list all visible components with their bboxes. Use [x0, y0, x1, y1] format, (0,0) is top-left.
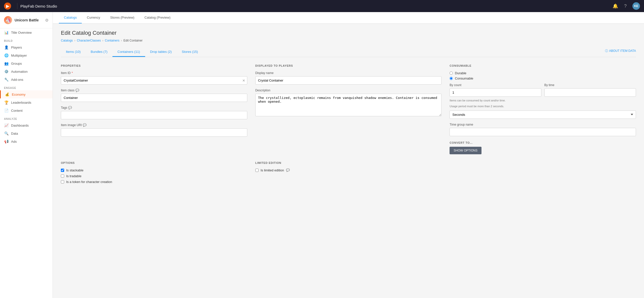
- durable-radio[interactable]: [450, 71, 453, 75]
- sidebar-item-multiplayer[interactable]: 🌐 Multiplayer: [0, 51, 53, 59]
- topbar-app-name: PlayFab Demo Studio: [20, 4, 57, 8]
- breadcrumb-containers[interactable]: Containers: [105, 39, 119, 42]
- description-label: Description: [255, 89, 442, 92]
- by-count-group: By count: [450, 83, 541, 97]
- main-layout: 🦄 Unicorn Battle ⚙ 📊 Title Overview BUIL…: [0, 12, 644, 298]
- item-id-label: Item ID *: [61, 71, 247, 75]
- sidebar-item-addons[interactable]: 🔧 Add-ons: [0, 76, 53, 84]
- item-class-group: Item class 💬: [61, 89, 247, 102]
- item-tab-items[interactable]: Items (10): [61, 47, 86, 57]
- item-tab-stores[interactable]: Stores (15): [177, 47, 203, 57]
- limited-edition-section: LIMITED EDITION Is limited edition 💬: [255, 161, 442, 186]
- tab-catalog-preview[interactable]: Catalog (Preview): [139, 12, 175, 23]
- item-class-label: Item class 💬: [61, 89, 247, 92]
- sidebar-item-ads[interactable]: 📢 Ads: [0, 137, 53, 145]
- sidebar-section-engage: ENGAGE: [0, 84, 53, 90]
- item-tab-drop-tables[interactable]: Drop tables (2): [145, 47, 177, 57]
- app-logo-emoji: 🦄: [5, 17, 11, 23]
- economy-icon: 💰: [5, 92, 9, 96]
- automation-icon: ⚙️: [4, 69, 9, 73]
- display-name-input[interactable]: [255, 76, 442, 85]
- by-count-input[interactable]: [450, 88, 541, 97]
- sidebar-item-label: Multiplayer: [11, 54, 27, 57]
- item-image-uri-label: Item image URI 💬: [61, 123, 247, 127]
- breadcrumb-sep-3: ›: [121, 39, 122, 42]
- sidebar-item-dashboards[interactable]: 📈 Dashboards: [0, 121, 53, 129]
- topbar-divider: [17, 3, 17, 9]
- sidebar-item-economy[interactable]: 💰 Economy: [0, 90, 53, 98]
- consumable-radio[interactable]: [450, 77, 453, 80]
- item-tab-containers[interactable]: Containers (11): [112, 47, 145, 57]
- consumable-radio-item[interactable]: Consumable: [450, 77, 636, 80]
- item-tab-bundles[interactable]: Bundles (7): [86, 47, 112, 57]
- tradable-checkbox[interactable]: [61, 174, 64, 178]
- tags-input[interactable]: [61, 111, 247, 119]
- limited-edition-checkbox[interactable]: [255, 169, 259, 172]
- checkbox-stackable[interactable]: Is stackable: [61, 168, 247, 172]
- item-id-clear-icon[interactable]: ✕: [242, 79, 245, 83]
- description-textarea[interactable]: [255, 94, 442, 116]
- sidebar-item-content[interactable]: 📄 Content: [0, 106, 53, 115]
- content-icon: 📄: [4, 108, 9, 113]
- empty-bottom-column: [450, 161, 636, 186]
- item-id-input-wrapper: ✕: [61, 76, 247, 85]
- breadcrumb-character-classes[interactable]: CharacterClasses: [77, 39, 101, 42]
- help-circle-icon: ⓘ: [605, 49, 608, 53]
- item-image-uri-comment-icon: 💬: [83, 123, 87, 127]
- sidebar-item-automation[interactable]: ⚙️ Automation: [0, 67, 53, 76]
- time-unit-select[interactable]: Seconds Minutes Hours Days: [450, 110, 636, 119]
- tab-currency[interactable]: Currency: [82, 12, 105, 23]
- sidebar-item-label: Economy: [12, 93, 25, 96]
- sidebar-item-label: Content: [11, 109, 23, 113]
- help-icon[interactable]: ?: [622, 3, 628, 9]
- token-checkbox[interactable]: [61, 180, 64, 183]
- sidebar-item-label: Dashboards: [11, 124, 29, 127]
- item-class-input[interactable]: [61, 94, 247, 102]
- properties-title: PROPERTIES: [61, 64, 247, 67]
- consumable-title: CONSUMABLE: [450, 64, 636, 67]
- item-image-uri-input[interactable]: [61, 128, 247, 137]
- stackable-checkbox[interactable]: [61, 169, 64, 172]
- time-group-name-label: Time group name: [450, 123, 636, 126]
- displayed-to-players-title: DISPLAYED TO PLAYERS: [255, 64, 442, 67]
- sidebar-item-label: Add-ons: [11, 78, 23, 82]
- checkbox-tradable[interactable]: Is tradable: [61, 174, 247, 178]
- display-name-label: Display name: [255, 71, 442, 75]
- tags-comment-icon: 💬: [68, 106, 72, 109]
- checkbox-limited-edition[interactable]: Is limited edition 💬: [255, 168, 442, 172]
- sidebar-item-label: Leaderboards: [11, 101, 31, 104]
- checkbox-token[interactable]: Is a token for character creation: [61, 180, 247, 184]
- sidebar-item-title-overview[interactable]: 📊 Title Overview: [0, 28, 53, 36]
- item-id-group: Item ID * ✕: [61, 71, 247, 85]
- item-id-input[interactable]: [61, 76, 247, 85]
- user-avatar[interactable]: KE: [632, 2, 640, 10]
- groups-icon: 👥: [4, 61, 9, 65]
- sidebar-item-data[interactable]: 🔍 Data: [0, 129, 53, 137]
- sidebar-item-leaderboards[interactable]: 🏆 Leaderboards: [0, 98, 53, 106]
- sidebar-app-name: Unicorn Battle: [15, 18, 39, 22]
- limited-edition-title: LIMITED EDITION: [255, 161, 442, 164]
- page-body: Edit Catalog Container Catalogs › Charac…: [53, 24, 644, 192]
- main-tab-bar: Catalogs Currency Stores (Preview) Catal…: [53, 12, 644, 24]
- about-item-data-link[interactable]: ⓘ ABOUT ITEM DATA: [605, 49, 636, 56]
- settings-gear-icon[interactable]: ⚙: [45, 18, 49, 23]
- by-count-time-grid: By count By time: [450, 83, 636, 97]
- help-text-2: Usage period must be more than 2 seconds…: [450, 104, 636, 108]
- tab-catalogs[interactable]: Catalogs: [59, 12, 82, 23]
- show-options-button[interactable]: SHOW OPTIONS: [450, 147, 481, 154]
- tab-stores-preview[interactable]: Stores (Preview): [105, 12, 139, 23]
- description-group: Description: [255, 89, 442, 117]
- displayed-to-players-section: DISPLAYED TO PLAYERS Display name Descri…: [255, 64, 442, 154]
- time-group-name-input[interactable]: [450, 128, 636, 136]
- sidebar-item-groups[interactable]: 👥 Groups: [0, 59, 53, 67]
- by-time-input[interactable]: [544, 88, 636, 97]
- durable-radio-item[interactable]: Durable: [450, 71, 636, 75]
- sidebar-item-label: Groups: [11, 62, 22, 65]
- options-title: OPTIONS: [61, 161, 247, 164]
- sidebar-item-players[interactable]: 👤 Players: [0, 43, 53, 51]
- bottom-form-grid: OPTIONS Is stackable Is tradable Is a: [61, 161, 636, 186]
- breadcrumb-catalogs[interactable]: Catalogs: [61, 39, 73, 42]
- by-count-label: By count: [450, 83, 541, 87]
- addons-icon: 🔧: [4, 78, 9, 82]
- notification-icon[interactable]: 🔔: [612, 3, 618, 9]
